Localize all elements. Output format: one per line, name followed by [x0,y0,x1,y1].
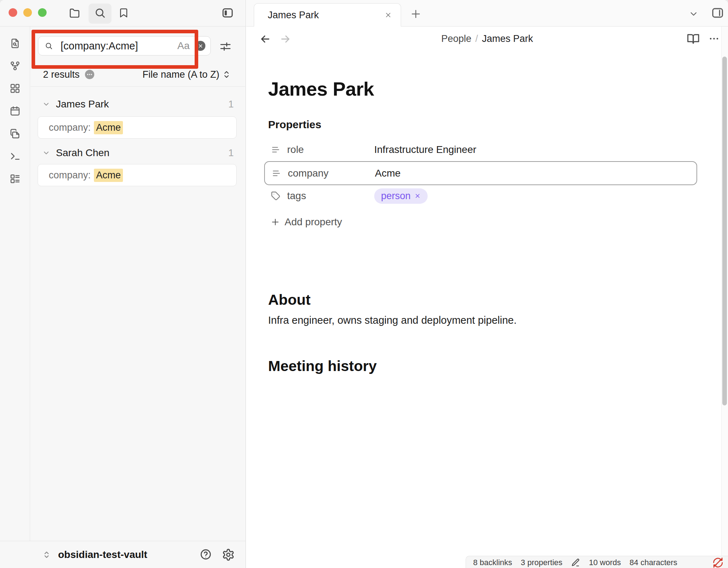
folder-icon [69,7,80,20]
close-icon [385,12,391,18]
gear-icon [222,548,235,561]
word-count: 10 words [589,558,621,567]
close-icon [198,44,203,48]
tab-title: James Park [268,10,382,21]
results-count: 2 results [43,69,80,80]
sidebar-right-toggle-icon [711,6,724,20]
property-value[interactable]: Infrastructure Engineer [374,144,476,155]
property-value[interactable]: Acme [375,168,401,179]
text-property-icon [272,169,281,178]
search-settings-button[interactable] [219,40,232,53]
properties-list: role Infrastructure Engineer company Acm… [268,139,693,206]
tab-bar: James Park [246,0,728,27]
open-files-button[interactable] [63,4,86,24]
sliders-icon [219,48,232,54]
reading-mode-button[interactable] [686,32,700,45]
add-property-button[interactable]: Add property [268,214,693,230]
vault-bar: obsidian-test-vault [0,541,246,568]
left-sidebar: [company:Acme] Aa 2 results File name (A… [0,0,246,568]
breadcrumb-page[interactable]: James Park [482,33,533,44]
chevron-down-icon [42,100,50,108]
ellipsis-icon [708,33,720,44]
tab-list-button[interactable] [689,9,699,19]
property-row-tags[interactable]: tags person [268,186,693,206]
traffic-light-minimize[interactable] [23,8,32,17]
traffic-light-close[interactable] [9,8,17,17]
list-details-icon[interactable] [10,173,20,184]
sync-off-icon[interactable] [712,557,724,568]
plus-icon [271,218,280,226]
result-file-title[interactable]: James Park [56,98,109,110]
app-window: [company:Acme] Aa 2 results File name (A… [0,0,728,568]
result-group-header[interactable]: James Park 1 [42,95,234,114]
property-key[interactable]: tags [287,190,374,202]
result-file-title[interactable]: Sarah Chen [56,147,109,159]
property-key[interactable]: company [288,168,375,179]
more-options-button[interactable] [708,33,720,45]
breadcrumb: People / James Park [246,27,728,51]
match-highlight: Acme [94,169,123,182]
search-icon [94,7,106,20]
book-open-icon [687,32,700,45]
terminal-icon[interactable] [10,151,20,162]
copy-icon[interactable] [10,128,20,139]
result-group-header[interactable]: Sarah Chen 1 [42,144,234,162]
match-key: company: [49,170,91,181]
open-bookmarks-button[interactable] [112,4,135,24]
sidebar-header [0,0,246,27]
calendar-icon[interactable] [10,106,20,116]
tag-icon [271,191,280,201]
about-text[interactable]: Infra engineer, owns staging and deploym… [268,313,693,328]
results-more-button[interactable] [85,70,94,79]
breadcrumb-folder[interactable]: People [441,33,471,44]
property-key[interactable]: role [287,144,374,155]
meeting-history-heading: Meeting history [268,357,693,375]
view-header: People / James Park [246,27,728,51]
note-title[interactable]: James Park [268,77,693,101]
sort-order-label: File name (A to Z) [142,69,219,80]
chevrons-up-down-icon [222,70,231,79]
character-count: 84 characters [629,558,677,567]
collapse-left-sidebar-button[interactable] [217,4,238,24]
vault-switcher[interactable] [42,550,52,560]
search-match-item[interactable]: company: Acme [38,164,237,186]
main-pane: James Park People / James Park James Par… [246,0,728,568]
sort-order-button[interactable]: File name (A to Z) [142,69,231,80]
layout-grid-icon[interactable] [10,83,20,94]
bookmark-icon [118,8,129,20]
tab-close-button[interactable] [382,9,394,21]
scrollbar-thumb[interactable] [722,57,727,405]
open-search-button[interactable] [89,4,111,24]
settings-button[interactable] [222,548,235,561]
annotation-highlight-box [32,30,198,69]
tag-label: person [381,191,411,202]
about-heading: About [268,290,693,309]
tag-pill[interactable]: person [374,188,428,204]
ribbon [0,27,30,541]
search-match-item[interactable]: company: Acme [38,116,237,139]
traffic-light-zoom[interactable] [38,8,47,17]
match-count: 1 [228,148,234,159]
scrollbar-track[interactable] [721,27,728,568]
vault-name[interactable]: obsidian-test-vault [58,549,147,560]
match-highlight: Acme [94,121,123,134]
chevron-down-icon [689,9,699,19]
divider [30,86,245,87]
remove-tag-icon[interactable] [414,193,421,199]
tab-james-park[interactable]: James Park [254,3,401,27]
edit-mode-icon[interactable] [571,558,580,567]
property-row-company[interactable]: company Acme [264,161,697,185]
file-search-icon[interactable] [10,38,20,49]
properties-heading: Properties [268,117,693,132]
graph-icon[interactable] [10,61,20,71]
match-key: company: [49,122,91,133]
property-row-role[interactable]: role Infrastructure Engineer [268,139,693,160]
expand-right-sidebar-button[interactable] [711,6,724,20]
note-editor[interactable]: James Park Properties role Infrastructur… [268,50,693,375]
new-tab-button[interactable] [409,8,422,20]
help-button[interactable] [200,548,213,561]
backlinks-count[interactable]: 8 backlinks [473,558,512,567]
plus-icon [410,9,421,19]
sidebar-left-toggle-icon [221,6,234,21]
properties-count[interactable]: 3 properties [521,558,562,567]
